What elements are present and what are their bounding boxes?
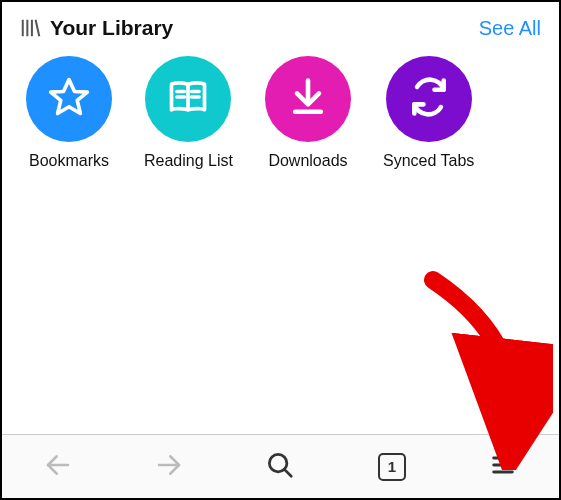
star-icon: [47, 75, 91, 123]
tab-count-badge: 1: [378, 453, 406, 481]
app-frame: Your Library See All Bookmarks: [0, 0, 561, 500]
library-item-label: Bookmarks: [29, 152, 109, 170]
library-item-bookmarks[interactable]: Bookmarks: [26, 56, 112, 170]
back-button[interactable]: [30, 439, 86, 495]
search-icon: [265, 450, 295, 484]
svg-line-3: [36, 20, 40, 37]
forward-arrow-icon: [154, 450, 184, 484]
reading-list-circle: [145, 56, 231, 142]
library-item-synced-tabs[interactable]: Synced Tabs: [383, 56, 474, 170]
tab-count-value: 1: [388, 458, 396, 475]
page-title: Your Library: [50, 16, 173, 40]
library-icon: [20, 17, 42, 39]
library-item-label: Reading List: [144, 152, 233, 170]
library-header: Your Library See All: [2, 2, 559, 50]
downloads-circle: [265, 56, 351, 142]
svg-marker-4: [51, 80, 88, 114]
search-button[interactable]: [252, 439, 308, 495]
see-all-link[interactable]: See All: [479, 17, 541, 40]
forward-button[interactable]: [141, 439, 197, 495]
library-item-reading-list[interactable]: Reading List: [144, 56, 233, 170]
menu-button[interactable]: [475, 439, 531, 495]
library-item-downloads[interactable]: Downloads: [265, 56, 351, 170]
header-left: Your Library: [20, 16, 173, 40]
svg-line-15: [285, 469, 292, 476]
bottom-toolbar: 1: [2, 434, 559, 498]
download-icon: [286, 75, 330, 123]
library-items: Bookmarks Reading List: [2, 50, 559, 176]
back-arrow-icon: [43, 450, 73, 484]
synced-tabs-circle: [386, 56, 472, 142]
library-item-label: Downloads: [268, 152, 347, 170]
content-spacer: [2, 176, 559, 434]
sync-icon: [407, 75, 451, 123]
tabs-button[interactable]: 1: [364, 439, 420, 495]
hamburger-menu-icon: [489, 451, 517, 483]
bookmarks-circle: [26, 56, 112, 142]
library-item-label: Synced Tabs: [383, 152, 474, 170]
book-icon: [166, 75, 210, 123]
